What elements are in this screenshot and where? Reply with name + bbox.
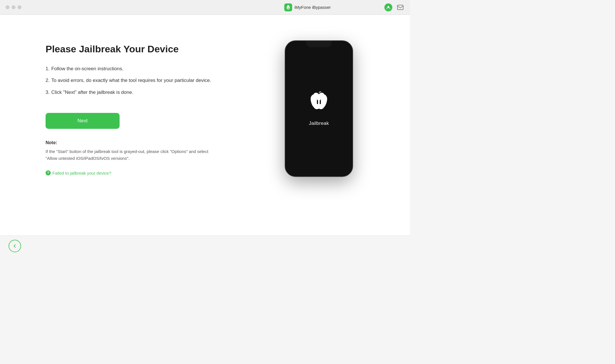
main-content: Please Jailbreak Your Device 1. Follow t…	[0, 15, 410, 235]
jailbreak-icon	[306, 91, 332, 117]
app-title-bar: iMyFone iBypasser	[284, 3, 331, 11]
instruction-item-1: 1. Follow the on-screen instructions.	[46, 65, 262, 73]
instruction-text-1: Follow the on-screen instructions.	[51, 65, 123, 73]
bottom-bar	[0, 235, 410, 256]
svg-rect-3	[397, 5, 403, 10]
titlebar-actions	[384, 3, 404, 11]
minimize-button[interactable]	[12, 5, 15, 9]
right-panel: Jailbreak	[273, 38, 364, 177]
left-panel: Please Jailbreak Your Device 1. Follow t…	[46, 38, 262, 175]
app-logo-icon	[284, 3, 292, 11]
instruction-item-3: 3. Click "Next" after the jailbreak is d…	[46, 89, 262, 96]
instruction-number-1: 1.	[46, 65, 50, 73]
app-title-text: iMyFone iBypasser	[294, 5, 331, 10]
page-title: Please Jailbreak Your Device	[46, 43, 262, 55]
phone-body: Jailbreak	[285, 40, 353, 177]
instruction-number-2: 2.	[46, 77, 50, 84]
phone-power-button	[352, 86, 353, 106]
back-arrow-icon	[12, 243, 17, 249]
note-label: Note:	[46, 140, 262, 145]
next-button[interactable]: Next	[46, 113, 120, 129]
instruction-text-3: Click "Next" after the jailbreak is done…	[51, 89, 133, 96]
phone-notch	[306, 41, 332, 47]
close-button[interactable]	[6, 5, 9, 9]
question-icon: ?	[46, 170, 51, 175]
instruction-item-2: 2. To avoid errors, do exactly what the …	[46, 77, 262, 84]
back-button[interactable]	[9, 240, 21, 252]
mail-button[interactable]	[396, 3, 404, 11]
failed-jailbreak-link[interactable]: ? Failed to jailbreak your device?	[46, 170, 262, 175]
jailbreak-label: Jailbreak	[309, 121, 329, 126]
phone-screen: Jailbreak	[285, 41, 352, 176]
titlebar: iMyFone iBypasser	[0, 0, 410, 15]
jailbreak-screen-content: Jailbreak	[306, 91, 332, 126]
svg-point-2	[388, 6, 389, 8]
note-section: Note: If the "Start" button of the jailb…	[46, 140, 262, 162]
phone-illustration: Jailbreak	[285, 40, 353, 177]
window-controls	[6, 5, 21, 9]
user-account-button[interactable]	[384, 3, 392, 11]
maximize-button[interactable]	[18, 5, 21, 9]
instruction-text-2: To avoid errors, do exactly what the too…	[51, 77, 211, 84]
instruction-number-3: 3.	[46, 89, 50, 96]
note-text: If the "Start" button of the jailbreak t…	[46, 148, 211, 162]
failed-link-text: Failed to jailbreak your device?	[52, 171, 111, 175]
instructions-list: 1. Follow the on-screen instructions. 2.…	[46, 65, 262, 101]
